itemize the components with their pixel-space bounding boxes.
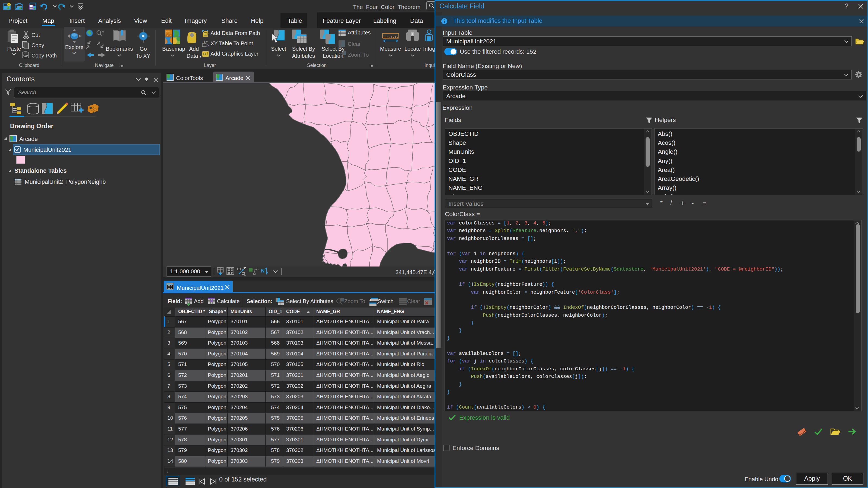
svg-text:N: N: [261, 268, 265, 273]
svg-text:EXY: EXY: [202, 40, 208, 44]
